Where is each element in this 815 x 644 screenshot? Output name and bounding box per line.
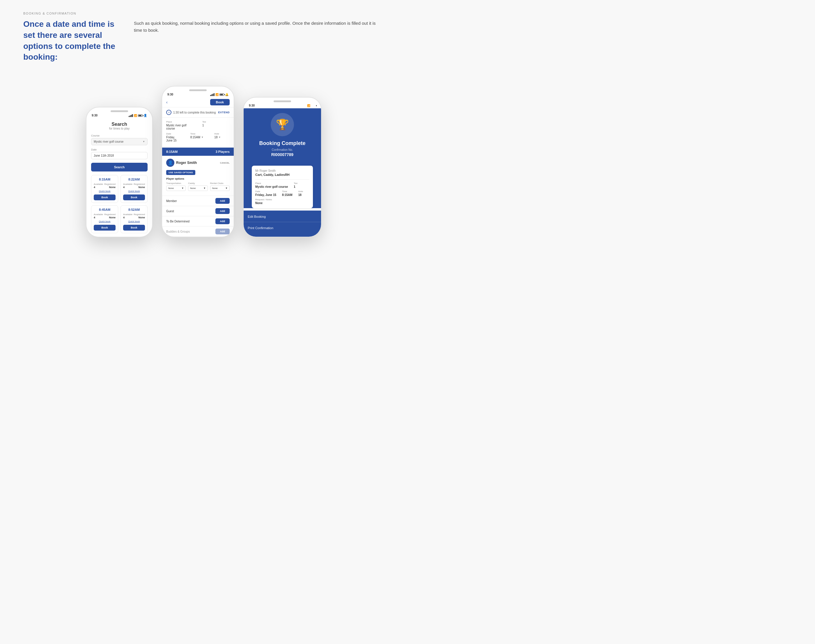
back-button[interactable]: ‹	[166, 100, 168, 104]
guest-add-button[interactable]: Add	[215, 208, 230, 214]
book-button-0[interactable]: Book	[94, 195, 116, 200]
book-header-button[interactable]: Book	[210, 99, 230, 106]
time-conf-label: Time	[282, 190, 293, 193]
player-name: Roger Smith	[176, 161, 197, 165]
cancel-button[interactable]: CANCEL	[220, 162, 230, 164]
tbd-row: To Be Determined Add	[162, 216, 234, 227]
search-button[interactable]: Search	[91, 163, 147, 172]
buddies-label: Buddies & Groups	[166, 230, 190, 233]
saved-options-button[interactable]: USE SAVED OPTIONS	[166, 170, 195, 175]
time-label: Time	[190, 132, 206, 135]
caddy-select[interactable]: None ▼	[188, 186, 208, 191]
transport-arrow: ▼	[181, 187, 184, 190]
rental-label: Rental Clubs	[210, 182, 230, 185]
notes-value: None	[255, 201, 309, 205]
date-input[interactable]: June 11th 2018	[91, 152, 147, 159]
edit-booking-row[interactable]: Edit Booking	[244, 210, 321, 222]
buddies-add-button[interactable]: Add	[215, 228, 230, 235]
search-title: Search	[91, 122, 147, 127]
member-add-button[interactable]: Add	[215, 198, 230, 204]
time-arrow: ▼	[201, 136, 204, 139]
trophy-circle: 🏆	[271, 113, 294, 136]
rental-select[interactable]: None ▼	[210, 186, 230, 191]
slot-time-display: 8:15AM	[166, 150, 178, 153]
booking-header: ‹ Book	[162, 97, 234, 107]
phone-search: 9:30 📶 👤 Search for times to play	[86, 107, 153, 237]
time-select[interactable]: 8:15AM ▼	[190, 136, 206, 139]
avail-val-1: 4	[123, 186, 124, 189]
rental-arrow: ▼	[225, 187, 228, 190]
booking-complete-title: Booking Complete	[248, 140, 317, 146]
notch-phone2: 9:30 📶 🔔	[162, 91, 234, 97]
hole-arrow: ▼	[218, 136, 221, 139]
signal-icon3	[302, 104, 306, 107]
battery-icon	[138, 114, 142, 117]
extend-button[interactable]: EXTEND	[218, 111, 230, 114]
member-label: Member	[166, 199, 177, 202]
book-button-3[interactable]: Book	[123, 225, 145, 231]
caddy-val: None	[190, 187, 196, 190]
notch-phone3: 9:30 📶	[244, 102, 321, 108]
notch-phone1: 9:30 📶 👤	[86, 112, 152, 118]
avail-val-0: 4	[94, 186, 95, 189]
phone-booking: 9:30 📶 🔔 ‹ Book ⏱ 1:30	[162, 86, 234, 237]
course-label: Course	[91, 134, 147, 137]
notes-section: Request / Notes None	[255, 198, 309, 205]
course-value: Mystic river golf course	[94, 140, 123, 143]
quick-book-3[interactable]: Quick book	[123, 220, 145, 223]
date-time-hole-row: Date Friday, June 15 Time 8:15AM ▼ Hole …	[166, 132, 230, 142]
wifi-icon2: 📶	[215, 93, 219, 96]
place-tee-conf: Place Mystic river golf course Tee 1	[255, 182, 309, 189]
quick-book-1[interactable]: Quick book	[123, 190, 145, 192]
reg-label-1: Registered	[133, 183, 145, 186]
phone-confirm: 9:30 📶 🏆 Booking Complete Confrmation No…	[243, 97, 322, 237]
wifi-icon: 📶	[134, 114, 137, 117]
member-row: Member Add	[162, 196, 234, 206]
hole-select[interactable]: 18 ▼	[214, 136, 230, 139]
place-tee-row: Place Mystic river golf course Tee 1	[166, 121, 230, 130]
avail-val-2: 4	[94, 216, 95, 219]
date-conf-col: Date Friday, June 15	[255, 190, 276, 196]
edit-booking-label: Edit Booking	[248, 215, 266, 218]
tbd-add-button[interactable]: Add	[215, 218, 230, 224]
place-label: Place	[166, 121, 193, 123]
time-conf-value: 8:15AM	[282, 193, 293, 196]
quick-book-0[interactable]: Quick book	[94, 190, 116, 192]
battery-icon2	[219, 94, 224, 96]
slot-time-2: 8:45AM	[94, 208, 116, 212]
place-conf-value: Mystic river golf course	[255, 185, 288, 189]
course-input[interactable]: Mystic river golf course ▼	[91, 138, 147, 145]
player-options: Player options Transportation None ▼ Cad…	[166, 177, 230, 191]
reg-val-0: None	[109, 186, 116, 189]
players-count: 3 Players	[216, 150, 230, 153]
time-conf-col: Time 8:15AM	[282, 190, 293, 196]
transport-select[interactable]: None ▼	[166, 186, 186, 191]
buddies-row: Buddies & Groups Add	[162, 227, 234, 237]
header-right: Such as quick booking, normal booking in…	[134, 12, 384, 63]
date-value: Friday, June 15	[166, 136, 182, 142]
quick-book-2[interactable]: Quick book	[94, 220, 116, 223]
transport-col: Transportation None ▼	[166, 182, 186, 191]
reg-val-3: None	[139, 216, 145, 219]
status-icons-phone2: 📶 🔔	[210, 93, 228, 96]
caddy-label: Caddy	[188, 182, 208, 185]
guest-label: Guest	[166, 210, 174, 213]
page-header: BOOKING & CONFIRMATION Once a date and t…	[23, 12, 384, 63]
timer-circle: ⏱	[166, 110, 172, 115]
time-slot-1: 8:22AM Available Registered 4 None Quick…	[121, 175, 147, 203]
avail-val-3: 4	[123, 216, 124, 219]
rental-col: Rental Clubs None ▼	[210, 182, 230, 191]
book-button-2[interactable]: Book	[94, 225, 116, 231]
date-label: Date	[91, 148, 147, 151]
time-col: Time 8:15AM ▼	[190, 132, 206, 142]
section-headline: Once a date and time is set there are se…	[23, 18, 116, 63]
phone1-screen: Search for times to play Course Mystic r…	[86, 118, 152, 237]
options-title: Player options	[166, 177, 230, 180]
confirm-details-card: Mr Roger Smith Cart, Caddy, LadiesRH Pla…	[252, 166, 313, 208]
book-button-1[interactable]: Book	[123, 195, 145, 200]
transport-label: Transportation	[166, 182, 186, 185]
place-col: Place Mystic river golf course	[166, 121, 193, 130]
print-confirmation-row[interactable]: Print Confirmation	[244, 222, 321, 233]
avail-label-3: Available	[123, 213, 132, 216]
battery-icon3	[311, 104, 316, 107]
